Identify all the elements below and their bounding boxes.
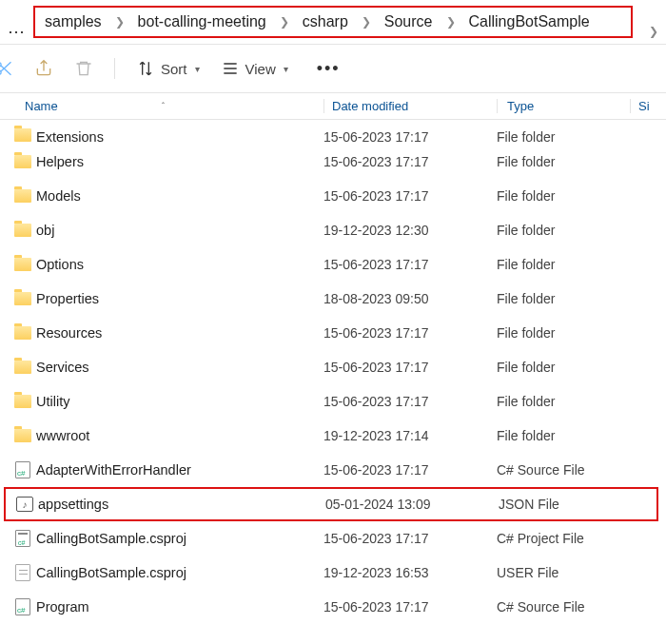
chevron-down-icon: ▾ bbox=[284, 64, 288, 74]
file-type: File folder bbox=[497, 325, 639, 341]
json-file-icon: ♪ bbox=[16, 497, 33, 512]
csharp-file-icon bbox=[15, 461, 30, 478]
sort-indicator-icon: ˆ bbox=[162, 101, 165, 110]
file-row[interactable]: Utility15-06-2023 17:17File folder bbox=[0, 384, 666, 419]
folder-icon bbox=[14, 224, 31, 237]
file-type: File folder bbox=[497, 154, 639, 169]
file-row[interactable]: Resources15-06-2023 17:17File folder bbox=[0, 316, 666, 350]
file-row[interactable]: ♪appsettings05-01-2024 13:09JSON File bbox=[4, 487, 658, 521]
column-headers: Name ˆ Date modified Type Si bbox=[0, 92, 666, 120]
file-date: 19-12-2023 16:53 bbox=[323, 565, 497, 580]
trash-icon bbox=[74, 59, 93, 78]
breadcrumb-item[interactable]: samples bbox=[45, 13, 102, 30]
scissors-icon bbox=[0, 59, 13, 78]
file-row[interactable]: Extensions15-06-2023 17:17File folder bbox=[0, 120, 666, 145]
file-list: Extensions15-06-2023 17:17File folderHel… bbox=[0, 120, 666, 624]
folder-icon bbox=[14, 361, 31, 374]
breadcrumb-overflow-icon[interactable]: ⋯ bbox=[8, 21, 26, 42]
chevron-down-icon: ▾ bbox=[195, 64, 200, 74]
breadcrumb-item[interactable]: csharp bbox=[303, 13, 348, 30]
delete-button bbox=[74, 59, 93, 78]
file-date: 15-06-2023 17:17 bbox=[323, 257, 497, 272]
chevron-right-icon: ❯ bbox=[446, 15, 456, 29]
file-row[interactable]: Program15-06-2023 17:17C# Source File bbox=[0, 590, 666, 624]
file-type: USER File bbox=[497, 565, 639, 580]
toolbar: Sort ▾ View ▾ ••• bbox=[0, 45, 666, 92]
file-date: 05-01-2024 13:09 bbox=[325, 497, 499, 512]
file-date: 15-06-2023 17:17 bbox=[323, 462, 497, 478]
breadcrumb: samples❯bot-calling-meeting❯csharp❯Sourc… bbox=[33, 6, 633, 38]
column-type[interactable]: Type bbox=[497, 99, 630, 113]
file-type: JSON File bbox=[499, 497, 641, 512]
file-row[interactable]: Services15-06-2023 17:17File folder bbox=[0, 350, 666, 384]
file-date: 15-06-2023 17:17 bbox=[323, 188, 497, 204]
file-date: 19-12-2023 17:14 bbox=[323, 428, 497, 443]
file-name: obj bbox=[36, 223, 323, 238]
file-date: 15-06-2023 17:17 bbox=[323, 129, 497, 145]
view-label: View bbox=[245, 61, 276, 77]
more-button[interactable]: ••• bbox=[309, 59, 348, 79]
file-name: Models bbox=[36, 188, 323, 204]
file-name: AdapterWithErrorHandler bbox=[36, 462, 323, 478]
column-date[interactable]: Date modified bbox=[323, 99, 497, 113]
file-type: C# Source File bbox=[497, 462, 639, 478]
column-size[interactable]: Si bbox=[630, 99, 666, 113]
file-row[interactable]: CallingBotSample.csproj19-12-2023 16:53U… bbox=[0, 556, 666, 590]
sort-button[interactable]: Sort ▾ bbox=[136, 59, 200, 78]
file-name: Services bbox=[36, 360, 323, 375]
file-row[interactable]: obj19-12-2023 12:30File folder bbox=[0, 213, 666, 247]
chevron-right-icon[interactable]: ❯ bbox=[649, 25, 658, 38]
file-row[interactable]: Helpers15-06-2023 17:17File folder bbox=[0, 145, 666, 179]
sort-icon bbox=[136, 59, 155, 78]
separator bbox=[114, 58, 115, 79]
column-type-label: Type bbox=[507, 99, 534, 113]
file-row[interactable]: Properties18-08-2023 09:50File folder bbox=[0, 282, 666, 316]
file-name: Properties bbox=[36, 291, 323, 306]
share-icon bbox=[34, 59, 53, 78]
project-file-icon bbox=[15, 530, 30, 547]
file-name: Options bbox=[36, 257, 323, 272]
view-icon bbox=[221, 59, 240, 78]
chevron-right-icon: ❯ bbox=[362, 15, 371, 29]
file-type: File folder bbox=[497, 129, 639, 145]
breadcrumb-item[interactable]: bot-calling-meeting bbox=[138, 13, 266, 30]
file-date: 15-06-2023 17:17 bbox=[323, 531, 497, 546]
file-date: 15-06-2023 17:17 bbox=[323, 360, 497, 375]
file-row[interactable]: wwwroot19-12-2023 17:14File folder bbox=[0, 419, 666, 453]
file-type: File folder bbox=[497, 291, 639, 306]
file-date: 19-12-2023 12:30 bbox=[323, 223, 497, 238]
file-name: Extensions bbox=[36, 129, 323, 145]
file-type: C# Source File bbox=[497, 599, 639, 615]
file-type: C# Project File bbox=[497, 531, 639, 546]
file-row[interactable]: CallingBotSample.csproj15-06-2023 17:17C… bbox=[0, 521, 666, 556]
file-name: CallingBotSample.csproj bbox=[36, 565, 323, 580]
file-type: File folder bbox=[497, 188, 639, 204]
file-date: 15-06-2023 17:17 bbox=[323, 154, 497, 169]
view-button[interactable]: View ▾ bbox=[221, 59, 288, 78]
column-size-label: Si bbox=[638, 99, 650, 113]
file-row[interactable]: Options15-06-2023 17:17File folder bbox=[0, 247, 666, 282]
folder-icon bbox=[14, 128, 31, 142]
file-name: CallingBotSample.csproj bbox=[36, 531, 323, 546]
breadcrumb-item[interactable]: CallingBotSample bbox=[469, 13, 590, 30]
column-date-label: Date modified bbox=[332, 99, 408, 113]
file-row[interactable]: AdapterWithErrorHandler15-06-2023 17:17C… bbox=[0, 453, 666, 487]
folder-icon bbox=[14, 292, 31, 305]
file-type: File folder bbox=[497, 360, 639, 375]
file-date: 18-08-2023 09:50 bbox=[323, 291, 497, 306]
user-file-icon bbox=[15, 564, 30, 581]
file-row[interactable]: Models15-06-2023 17:17File folder bbox=[0, 179, 666, 213]
folder-icon bbox=[14, 258, 31, 271]
file-type: File folder bbox=[497, 394, 639, 409]
cut-button bbox=[0, 59, 13, 78]
folder-icon bbox=[14, 155, 31, 168]
column-name[interactable]: Name ˆ bbox=[0, 99, 323, 113]
breadcrumb-item[interactable]: Source bbox=[384, 13, 433, 30]
chevron-right-icon: ❯ bbox=[115, 15, 125, 29]
file-name: Utility bbox=[36, 394, 323, 409]
folder-icon bbox=[14, 395, 31, 408]
file-date: 15-06-2023 17:17 bbox=[323, 599, 497, 615]
file-type: File folder bbox=[497, 428, 639, 443]
csharp-file-icon bbox=[15, 598, 30, 615]
file-type: File folder bbox=[497, 223, 639, 238]
